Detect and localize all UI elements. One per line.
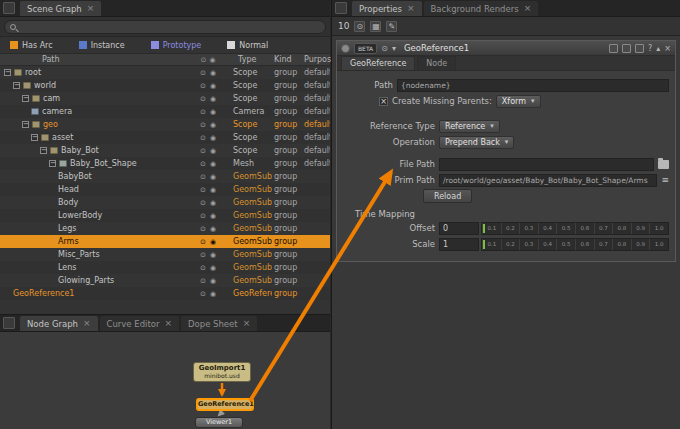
- tab-curve-editor[interactable]: Curve Editor ×: [100, 316, 179, 331]
- node-viewer1[interactable]: Viewer1: [195, 417, 243, 428]
- pin-icon[interactable]: ⊙: [200, 225, 206, 233]
- eye-icon[interactable]: ◉: [210, 290, 216, 298]
- eye-icon[interactable]: ◉: [210, 121, 216, 129]
- pin-icon[interactable]: ⊙: [200, 147, 206, 155]
- eye-icon[interactable]: ◉: [209, 56, 215, 64]
- pin-icon[interactable]: ⊙: [200, 186, 206, 194]
- tree-row-LowerBody[interactable]: LowerBody⊙◉GeomSubsetgroup: [0, 209, 330, 222]
- eye-icon[interactable]: ◉: [210, 251, 216, 259]
- close-icon[interactable]: ×: [164, 319, 172, 328]
- layout-icon[interactable]: [635, 44, 644, 53]
- close-icon[interactable]: ×: [664, 44, 671, 53]
- pin-icon[interactable]: ⊙: [200, 160, 206, 168]
- scenegraph-picker-icon[interactable]: ≡: [661, 176, 669, 185]
- pin-icon[interactable]: ⊙: [201, 56, 207, 64]
- tree-row-Baby_Bot_Shape[interactable]: −Baby_Bot_Shape⊙◉Meshgroupdefault: [0, 157, 330, 170]
- pin-icon[interactable]: ⊙: [200, 95, 206, 103]
- eye-icon[interactable]: ◉: [210, 134, 216, 142]
- close-icon[interactable]: ×: [524, 4, 532, 13]
- file-path-field[interactable]: [439, 158, 654, 171]
- pin-icon[interactable]: ⊙: [200, 108, 206, 116]
- tree-row-Body[interactable]: Body⊙◉GeomSubsetgroup: [0, 196, 330, 209]
- column-header-path[interactable]: Path: [0, 55, 188, 64]
- collapse-icon[interactable]: ▴: [656, 44, 660, 53]
- reference-type-dropdown[interactable]: Reference ▾: [439, 120, 500, 133]
- column-header-type[interactable]: Type: [228, 55, 272, 64]
- close-icon[interactable]: ×: [243, 319, 251, 328]
- path-field[interactable]: {nodename}: [397, 79, 669, 92]
- eye-icon[interactable]: ◉: [210, 69, 216, 77]
- checkbox-checked-icon[interactable]: ×: [379, 97, 388, 106]
- panel-menu-icon[interactable]: [3, 2, 15, 14]
- pin-icon[interactable]: ⊙: [200, 173, 206, 181]
- expander-icon[interactable]: −: [31, 134, 38, 141]
- help-icon[interactable]: ?: [648, 44, 652, 53]
- close-icon[interactable]: ×: [87, 4, 95, 13]
- panel-menu-icon[interactable]: [335, 2, 347, 14]
- tab-background-renders[interactable]: Background Renders ×: [424, 1, 539, 16]
- tree-row-cam[interactable]: −cam⊙◉Scopegroupdefault: [0, 92, 330, 105]
- panel-menu-icon[interactable]: [3, 317, 15, 329]
- tree-row-Legs[interactable]: Legs⊙◉GeomSubsetgroup: [0, 222, 330, 235]
- prim-path-field[interactable]: /root/world/geo/asset/Baby_Bot/Baby_Bot_…: [439, 174, 657, 187]
- folder-icon[interactable]: [658, 160, 669, 169]
- tree-row-asset[interactable]: −asset⊙◉Scopegroupdefault: [0, 131, 330, 144]
- pin-icon[interactable]: ⊙: [200, 277, 206, 285]
- tab-properties[interactable]: Properties ×: [352, 1, 422, 16]
- search-box[interactable]: [4, 20, 326, 34]
- pencil-icon[interactable]: ✎: [386, 21, 397, 32]
- tree-row-root[interactable]: −root⊙◉Scopegroupdefault: [0, 66, 330, 79]
- eye-icon[interactable]: ◉: [210, 82, 216, 90]
- node-geoimport1[interactable]: GeoImport1 minibot.usd: [193, 362, 251, 382]
- tree-row-camera[interactable]: camera⊙◉Cameragroupdefault: [0, 105, 330, 118]
- tab-node[interactable]: Node: [417, 56, 456, 70]
- column-header-purpose[interactable]: Purpose: [304, 55, 330, 64]
- expander-icon[interactable]: −: [13, 82, 20, 89]
- pin-icon[interactable]: ⊙: [200, 290, 206, 298]
- eye-icon[interactable]: ◉: [210, 186, 216, 194]
- pin-icon[interactable]: ⊙: [200, 199, 206, 207]
- eye-icon[interactable]: ◉: [210, 225, 216, 233]
- close-icon[interactable]: ×: [83, 319, 91, 328]
- expander-icon[interactable]: −: [22, 121, 29, 128]
- expander-icon[interactable]: −: [22, 95, 29, 102]
- layout-icon[interactable]: [622, 44, 631, 53]
- tree-row-Baby_Bot[interactable]: −Baby_Bot⊙◉Scopegroupdefault: [0, 144, 330, 157]
- dot-icon[interactable]: ⊙: [381, 44, 388, 53]
- tree-row-geo[interactable]: −geo⊙◉Scopegroupdefault: [0, 118, 330, 131]
- pin-icon[interactable]: ⊙: [200, 82, 206, 90]
- reload-button[interactable]: Reload: [423, 189, 472, 203]
- expander-icon[interactable]: −: [4, 69, 11, 76]
- eye-icon[interactable]: ◉: [210, 277, 216, 285]
- tree-row-Arms[interactable]: Arms⊙◉GeomSubsetgroup: [0, 235, 330, 248]
- pin-icon[interactable]: ⊙: [200, 264, 206, 272]
- pin-icon[interactable]: ⊙: [200, 121, 206, 129]
- expander-icon[interactable]: −: [49, 160, 56, 167]
- tree-row-world[interactable]: −world⊙◉Scopegroupdefault: [0, 79, 330, 92]
- tree-row-Glowing_Parts[interactable]: Glowing_Parts⊙◉GeomSubsetgroup: [0, 274, 330, 287]
- close-icon[interactable]: ×: [407, 4, 415, 13]
- search-input[interactable]: [20, 22, 320, 31]
- eye-icon[interactable]: ◉: [210, 160, 216, 168]
- operation-dropdown[interactable]: Prepend Back ▾: [439, 136, 514, 149]
- tree-row-Lens[interactable]: Lens⊙◉GeomSubsetgroup: [0, 261, 330, 274]
- pin-icon[interactable]: ⊙: [200, 238, 206, 246]
- eye-icon[interactable]: ◉: [210, 199, 216, 207]
- column-header-kind[interactable]: Kind: [272, 55, 304, 64]
- tab-scene-graph[interactable]: Scene Graph ×: [20, 1, 101, 16]
- create-missing-parents-dropdown[interactable]: Xform ▾: [496, 95, 541, 108]
- scale-timeline-slider[interactable]: 0.10.20.30.40.50.60.70.80.91.0: [481, 238, 669, 251]
- eye-icon[interactable]: ◉: [210, 173, 216, 181]
- tab-node-graph[interactable]: Node Graph ×: [20, 316, 98, 331]
- eye-icon[interactable]: ◉: [210, 95, 216, 103]
- pin-icon[interactable]: ⊙: [200, 69, 206, 77]
- tab-georeference[interactable]: GeoReference: [341, 56, 415, 70]
- node-georeference1[interactable]: GeoReference1: [196, 398, 254, 411]
- pin-icon[interactable]: ⊙: [200, 251, 206, 259]
- tree-row-Head[interactable]: Head⊙◉GeomSubsetgroup: [0, 183, 330, 196]
- tree-row-Misc_Parts[interactable]: Misc_Parts⊙◉GeomSubsetgroup: [0, 248, 330, 261]
- pin-icon[interactable]: ⊙: [354, 21, 365, 32]
- offset-timeline-slider[interactable]: 0.10.20.30.40.50.60.70.80.91.0: [481, 222, 669, 235]
- expander-icon[interactable]: −: [40, 147, 47, 154]
- eye-icon[interactable]: ◉: [210, 147, 216, 155]
